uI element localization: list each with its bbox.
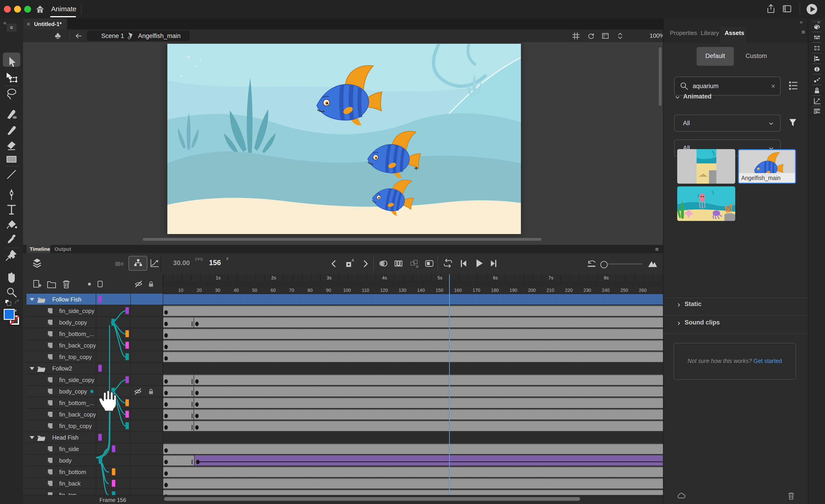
onion-skin-icon[interactable]	[378, 258, 388, 269]
layers-panel-icon[interactable]	[32, 258, 42, 268]
back-arrow-icon[interactable]	[74, 32, 83, 40]
stage-v-scrollbar[interactable]	[659, 47, 662, 106]
frame-strip[interactable]	[163, 420, 663, 432]
snap-grid-icon[interactable]	[571, 31, 581, 40]
lasso-icon[interactable]	[5, 87, 18, 100]
lock-icon[interactable]	[147, 388, 155, 395]
onion-outline-icon[interactable]	[393, 258, 404, 269]
fps-value[interactable]: 30.00	[173, 259, 190, 267]
layer-color-chip[interactable]	[126, 353, 129, 360]
minimize-window-button[interactable]	[14, 6, 21, 13]
get-started-link[interactable]: Get started	[753, 358, 782, 364]
layer-color-chip[interactable]	[112, 480, 115, 487]
loop-playback-icon[interactable]	[442, 258, 453, 269]
paint-bucket-icon[interactable]	[5, 218, 18, 231]
club-icon[interactable]: ♣	[55, 30, 61, 41]
asset-thumbnail-aquarium-scene[interactable]	[677, 186, 735, 221]
folder-caret-icon[interactable]	[30, 367, 34, 370]
frame-strip[interactable]	[163, 443, 663, 455]
fluid-brush-icon[interactable]	[5, 107, 18, 120]
step-forward-icon[interactable]	[489, 258, 499, 269]
tab-output[interactable]: Output	[51, 245, 76, 253]
current-frame-value[interactable]: 156	[209, 259, 221, 267]
layer-color-chip[interactable]	[126, 330, 129, 337]
frame-strip[interactable]	[163, 340, 663, 351]
static-section-header[interactable]: Static	[685, 301, 702, 308]
stage-zoom-value[interactable]: 100%	[650, 32, 665, 39]
breadcrumb-symbol[interactable]: Angelfish_main	[138, 32, 181, 39]
app-tab-label[interactable]: Animate	[51, 5, 76, 13]
play-icon[interactable]	[473, 258, 484, 269]
eyedropper-icon[interactable]	[5, 233, 18, 246]
close-window-button[interactable]	[4, 6, 11, 13]
timeline-menu-icon[interactable]: ≡	[655, 246, 659, 253]
home-icon[interactable]	[35, 4, 45, 14]
text-icon[interactable]	[5, 203, 18, 216]
asset-thumbnail-angelfish[interactable]: Angelfish_main	[738, 149, 796, 184]
tools-panel-tab[interactable]: ≡	[6, 23, 17, 32]
motion-editor-icon[interactable]	[813, 97, 821, 105]
add-layer-icon[interactable]	[32, 279, 42, 289]
animated-section-header[interactable]: Animated	[683, 93, 711, 100]
delete-asset-icon[interactable]	[786, 491, 796, 501]
swap-colors-icon[interactable]	[13, 298, 21, 306]
close-document-icon[interactable]: ✕	[26, 21, 30, 27]
test-movie-button[interactable]	[807, 4, 817, 14]
color-palette-icon[interactable]	[813, 23, 821, 31]
frame-strip[interactable]	[163, 478, 663, 489]
rectangle-icon[interactable]	[5, 153, 18, 166]
frame-strip[interactable]	[163, 317, 663, 328]
add-folder-icon[interactable]	[47, 279, 57, 289]
clear-search-icon[interactable]: ✕	[771, 83, 775, 90]
tab-timeline[interactable]: Timeline	[26, 245, 51, 253]
fill-color-chip[interactable]	[4, 309, 15, 320]
pin-icon[interactable]	[5, 249, 18, 261]
eye-slash-icon[interactable]	[134, 279, 143, 288]
layer-color-chip[interactable]	[112, 491, 115, 495]
folder-caret-icon[interactable]	[30, 298, 34, 301]
collapse-tools-icon[interactable]: «	[3, 19, 6, 26]
static-chevron-right-icon[interactable]	[676, 302, 682, 308]
frame-strip[interactable]	[163, 466, 663, 478]
timeline-zoom-slider-handle[interactable]	[600, 261, 608, 268]
layer-color-chip[interactable]	[126, 376, 129, 383]
stepper-icon[interactable]	[615, 31, 625, 40]
eye-slash-icon[interactable]	[134, 387, 142, 396]
frame-picker-icon[interactable]	[813, 108, 821, 115]
panel-menu-icon[interactable]: ≡	[802, 28, 805, 36]
frame-strip[interactable]	[163, 386, 663, 397]
timeline-h-scrollbar[interactable]	[164, 497, 580, 501]
cloud-icon[interactable]	[676, 491, 686, 500]
frame-strip[interactable]	[163, 328, 663, 340]
breadcrumb-scene[interactable]: Scene 1	[101, 32, 124, 39]
parenting-view-icon[interactable]	[133, 258, 143, 268]
layer-color-chip[interactable]	[99, 457, 102, 464]
frame-strip[interactable]	[163, 293, 663, 305]
frame-span-icon[interactable]	[424, 258, 435, 269]
frame-strip[interactable]	[163, 374, 663, 386]
frame-strip[interactable]	[163, 305, 663, 317]
auto-keyframe-icon[interactable]: A	[344, 258, 356, 269]
history-icon[interactable]	[813, 76, 821, 84]
stage-canvas[interactable]	[167, 44, 521, 234]
rotate-view-icon[interactable]	[586, 31, 595, 40]
folder-caret-icon[interactable]	[30, 436, 34, 439]
select-icon[interactable]	[5, 56, 18, 69]
tab-assets[interactable]: Assets	[720, 27, 746, 43]
delete-layer-icon[interactable]	[61, 279, 71, 289]
share-icon[interactable]	[766, 4, 776, 14]
reset-timeline-zoom-icon[interactable]	[587, 258, 597, 268]
timeline-zoom-slider-track[interactable]	[608, 263, 642, 264]
default-toggle-button[interactable]: Default	[696, 47, 734, 66]
pen-icon[interactable]	[5, 188, 18, 201]
animated-chevron-down-icon[interactable]	[674, 94, 681, 101]
timeline-ruler-ticks[interactable]	[163, 281, 663, 287]
next-keyframe-icon[interactable]	[361, 259, 371, 269]
eraser-icon[interactable]	[5, 138, 18, 151]
default-colors-icon[interactable]	[4, 298, 12, 307]
step-back-icon[interactable]	[458, 258, 469, 269]
free-transform-panel-icon[interactable]	[813, 44, 821, 52]
frame-strip[interactable]	[163, 363, 663, 374]
frame-strip[interactable]	[163, 409, 663, 420]
maximize-window-button[interactable]	[24, 6, 31, 13]
